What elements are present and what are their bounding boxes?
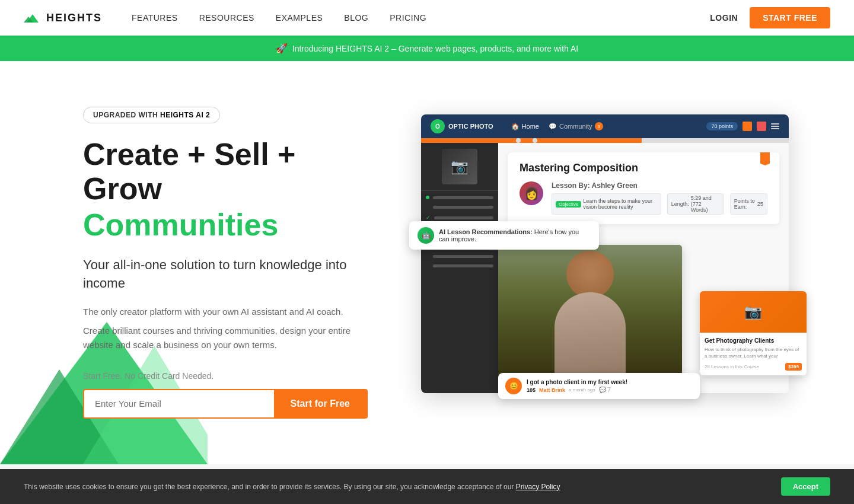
progress-dot-1 <box>433 138 438 143</box>
hero-section: UPGRADED WITH UPGRADED WITH HEIGHTS AI 2… <box>0 61 854 464</box>
app-sidebar: 📷 ✓ <box>421 143 498 393</box>
lesson-tag-points: Points to Earn: 25 <box>730 193 767 215</box>
points-earn-value: 25 <box>757 201 763 207</box>
lesson-author-info: Lesson By: Ashley Green Objective Learn … <box>552 181 767 215</box>
nav-links: FEATURES RESOURCES EXAMPLES BLOG PRICING <box>132 12 426 23</box>
announcement-icon: 🚀 <box>276 43 288 54</box>
sidebar-bar-2 <box>433 206 493 209</box>
course-lessons: 28 Lessons in this Course <box>705 364 759 369</box>
bookmark-icon <box>760 152 770 165</box>
sidebar-row-2 <box>421 203 498 211</box>
course-price: $399 <box>785 363 802 371</box>
cta-start-button[interactable]: Start for Free <box>274 390 367 417</box>
hamburger-line-3 <box>771 128 779 129</box>
nav-features[interactable]: FEATURES <box>132 13 178 23</box>
progress-dots <box>421 138 789 143</box>
lesson-avatar: 👩 <box>520 181 543 205</box>
progress-dot-3 <box>466 138 471 143</box>
mockup-container: O OPTIC PHOTO 🏠Home 💬Community 3 70 <box>421 114 801 411</box>
social-time: a month ago <box>569 387 595 393</box>
hamburger-menu[interactable] <box>771 123 779 129</box>
app-logo-name: OPTIC PHOTO <box>448 123 493 130</box>
progress-bar <box>421 138 789 143</box>
nav-resources[interactable]: RESOURCES <box>199 13 254 23</box>
app-topbar: O OPTIC PHOTO 🏠Home 💬Community 3 70 <box>421 114 789 138</box>
length-label: Length: <box>671 201 689 207</box>
progress-dot-6 <box>516 138 521 143</box>
sidebar-row-7 <box>421 261 498 270</box>
logo-icon <box>24 12 42 24</box>
ai-bubble: 🤖 AI Lesson Recommendations: Here's how … <box>409 221 599 250</box>
app-nav-home: 🏠Home <box>511 123 539 130</box>
sidebar-bar-1 <box>433 196 493 199</box>
avatar-face: 👩 <box>524 186 539 200</box>
social-text: I got a photo client in my first week! <box>527 379 627 385</box>
nav-right: LOGIN START FREE <box>710 7 830 28</box>
social-avatar: 😊 <box>505 378 522 394</box>
social-likes: 105 <box>527 387 536 393</box>
photo-overlay <box>498 245 682 387</box>
sidebar-thumb: 📷 <box>442 149 477 184</box>
progress-dot-5 <box>499 138 504 143</box>
hamburger-line-1 <box>771 123 779 125</box>
hamburger-line-2 <box>771 126 779 127</box>
objective-badge: Objective <box>556 201 581 208</box>
app-icon-red <box>757 122 766 131</box>
email-input[interactable] <box>84 390 274 417</box>
start-free-button[interactable]: START FREE <box>750 7 830 28</box>
photo-person <box>498 245 682 387</box>
photo-bg-card <box>498 245 682 387</box>
app-right-icons: 70 points <box>706 122 779 131</box>
ai-bubble-text: AI Lesson Recommendations: Here's how yo… <box>439 228 591 243</box>
social-proof: 😊 I got a photo client in my first week!… <box>498 373 700 399</box>
login-button[interactable]: LOGIN <box>710 13 738 23</box>
app-logo-circle: O <box>431 119 445 133</box>
course-card-small: 📷 Get Photography Clients How to think o… <box>700 291 807 375</box>
hero-cta-label: Start Free. No Credit Card Needed. <box>83 371 368 381</box>
sidebar-dot-active <box>426 196 429 199</box>
hero-subtitle: Your all-in-one solution to turn knowled… <box>83 256 368 293</box>
app-logo-area: O OPTIC PHOTO <box>431 119 493 133</box>
sidebar-bar-7 <box>433 264 493 267</box>
lesson-title: Mastering Composition <box>520 162 767 174</box>
nav-blog[interactable]: BLOG <box>344 13 368 23</box>
course-card-title: Get Photography Clients <box>705 337 802 344</box>
hero-title-line2: Communities <box>83 208 368 242</box>
lesson-tag-objective: Objective Learn the steps to make your v… <box>552 193 661 215</box>
app-icon-orange <box>743 122 752 131</box>
sidebar-row-6 <box>421 252 498 260</box>
logo[interactable]: HEIGHTS <box>24 12 102 24</box>
lesson-card: Mastering Composition 👩 Lesson By: Ashle… <box>508 152 779 224</box>
camera-icon: 📷 <box>744 304 762 320</box>
hero-badge: UPGRADED WITH UPGRADED WITH HEIGHTS AI 2… <box>83 107 220 123</box>
social-comment-icon: 💬 7 <box>599 387 611 393</box>
cookie-bar: This website uses cookies to ensure you … <box>0 469 854 504</box>
course-card-footer: 28 Lessons in this Course $399 <box>705 363 802 371</box>
hero-desc2: Create brilliant courses and thriving co… <box>83 324 368 352</box>
lesson-tags: Objective Learn the steps to make your v… <box>552 193 767 215</box>
app-nav-community: 💬Community 3 <box>549 122 603 130</box>
progress-dot-2 <box>450 138 454 143</box>
course-card-desc: How to think of photography from the eye… <box>705 346 802 359</box>
course-card-body: Get Photography Clients How to think of … <box>700 333 807 375</box>
hero-title-line1: Create + Sell + Grow <box>83 138 368 205</box>
community-badge: 3 <box>595 122 603 130</box>
hero-right: O OPTIC PHOTO 🏠Home 💬Community 3 70 <box>403 61 854 464</box>
sidebar-check-1: ✓ <box>426 215 431 221</box>
app-nav-items: 🏠Home 💬Community 3 <box>511 122 695 130</box>
cookie-accept-button[interactable]: Accept <box>781 477 830 496</box>
announcement-text: Introducing HEIGHTS AI 2 – Generate web … <box>292 44 578 53</box>
logo-text: HEIGHTS <box>46 12 102 24</box>
lesson-meta: 👩 Lesson By: Ashley Green Objective Lear… <box>520 181 767 215</box>
sidebar-row-1 <box>421 193 498 202</box>
announcement-bar[interactable]: 🚀 Introducing HEIGHTS AI 2 – Generate we… <box>0 36 854 61</box>
navbar: HEIGHTS FEATURES RESOURCES EXAMPLES BLOG… <box>0 0 854 36</box>
social-author: Matt Brink <box>539 387 565 393</box>
objective-text: Learn the steps to make your vision beco… <box>583 198 657 210</box>
hero-left: UPGRADED WITH UPGRADED WITH HEIGHTS AI 2… <box>0 61 403 464</box>
progress-dot-4 <box>483 138 487 143</box>
nav-pricing[interactable]: PRICING <box>390 13 426 23</box>
nav-examples[interactable]: EXAMPLES <box>276 13 323 23</box>
social-content: I got a photo client in my first week! 1… <box>527 379 627 393</box>
privacy-policy-link[interactable]: Privacy Policy <box>516 483 560 491</box>
